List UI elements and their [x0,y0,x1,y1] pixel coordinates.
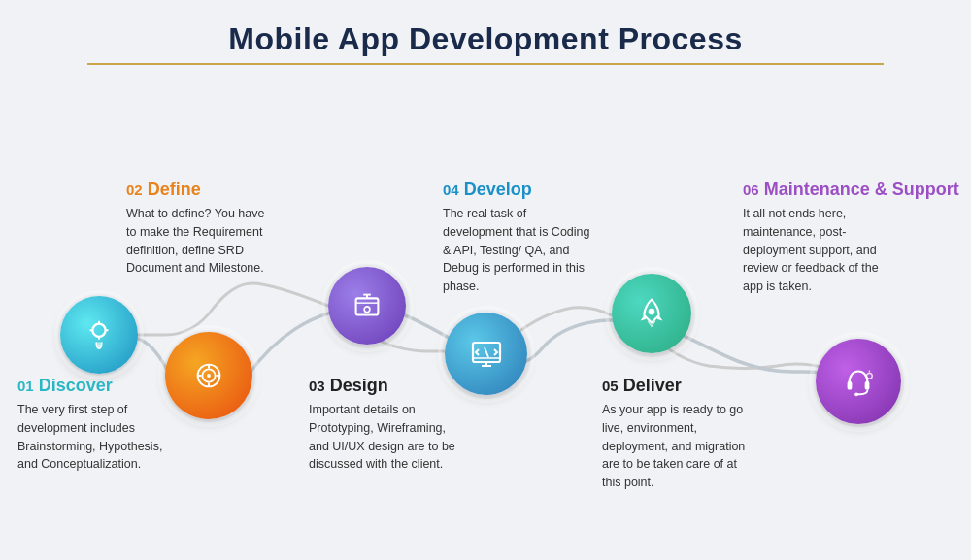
title-underline [87,63,884,65]
step-05-desc: As your app is ready to go live, environ… [602,401,753,492]
step-05-number: 05 [602,378,619,394]
step-03-number: 03 [309,378,325,394]
circle-06 [816,339,901,424]
step-01-block: 01 Discover The very first step of devel… [17,376,168,474]
step-03-desc: Important details on Prototyping, Wirefr… [309,401,459,474]
step-04-title: Develop [464,180,532,200]
step-02-number: 02 [126,181,143,198]
step-02-desc: What to define? You have to make the Req… [126,205,277,278]
circle-05 [612,274,691,353]
step-03-block: 03 Design Important details on Prototypi… [309,376,459,474]
step-01-desc: The very first step of development inclu… [17,401,168,474]
circle-02 [165,332,252,419]
step-01-title: Discover [39,376,113,396]
circle-03 [328,267,406,345]
circle-01 [60,296,138,374]
step-01-number: 01 [17,378,34,394]
step-03-title: Design [330,376,388,396]
step-02-title: Define [148,180,201,200]
step-05-block: 05 Deliver As your app is ready to go li… [602,376,753,492]
step-06-block: 06 Maintenance & Support It all not ends… [743,180,959,296]
step-05-title: Deliver [623,376,682,396]
step-04-desc: The real task of development that is Cod… [443,205,593,296]
content-area: 01 Discover The very first step of devel… [0,75,971,521]
step-06-number: 06 [743,181,759,198]
step-06-desc: It all not ends here, maintenance, post-… [743,205,893,296]
step-04-block: 04 Develop The real task of development … [443,180,593,296]
step-06-title: Maintenance & Support [764,180,959,200]
step-02-block: 02 Define What to define? You have to ma… [126,180,277,278]
page-title: Mobile App Development Process [0,0,971,57]
step-04-number: 04 [443,181,459,198]
